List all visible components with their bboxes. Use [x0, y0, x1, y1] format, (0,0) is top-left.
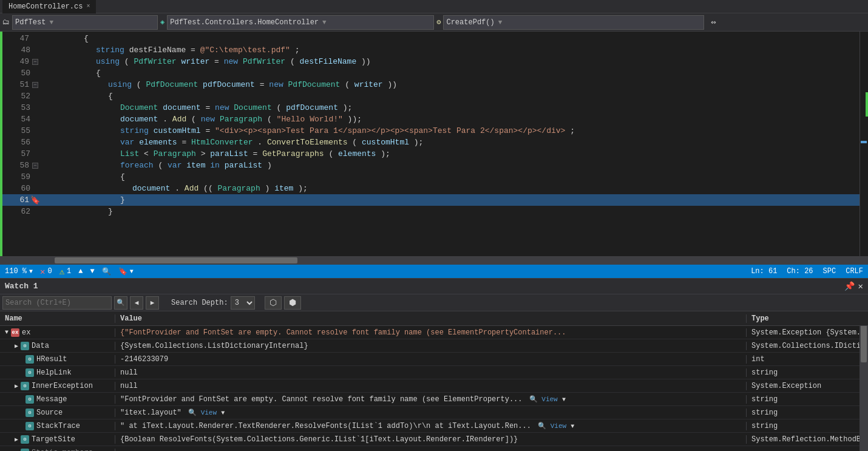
- code-line-59: {: [45, 171, 860, 183]
- nav-down-icon: ▼: [90, 267, 95, 276]
- watch-row-ex[interactable]: ▼ ex ex {"FontProvider and FontSet are e…: [0, 326, 868, 339]
- watch-type-ex: System.Exception {System.Invalid...: [747, 328, 868, 337]
- view-source-dropdown[interactable]: ▼: [221, 410, 225, 416]
- col-number-status: Ch: 26: [787, 267, 813, 276]
- h-scroll-right-btn[interactable]: [860, 256, 868, 265]
- warning-indicator[interactable]: ⚠ 1: [59, 266, 72, 277]
- view-stacktrace-dropdown[interactable]: ▼: [571, 423, 574, 430]
- watch-type-message: string: [747, 395, 868, 404]
- project-selector[interactable]: PdfTest ▼: [12, 15, 158, 30]
- editor-toolbar: 🗂 PdfTest ▼ ◈ PdfTest.Controllers.HomeCo…: [0, 13, 868, 32]
- watch-name-message: ⚙ Message: [0, 395, 115, 404]
- pin-icon: ⇔: [711, 17, 716, 27]
- watch-row-static[interactable]: ▶ ⚙ Static members: [0, 446, 868, 451]
- expand-static[interactable]: ▶: [15, 449, 18, 452]
- error-count: 0: [47, 267, 52, 276]
- tab-label: HomeController.cs: [8, 2, 83, 11]
- code-editor[interactable]: 47 48 49 − 50 51 − 52: [0, 32, 868, 256]
- line-num-56: 56: [2, 137, 45, 148]
- code-line-54: document . Add ( new Paragraph ( "Hello …: [45, 114, 860, 125]
- watch-back-button[interactable]: ◀: [130, 296, 143, 310]
- zoom-level[interactable]: 110 % ▼: [5, 267, 33, 276]
- line-num-59: 59: [2, 171, 45, 183]
- gutter-collapse-51[interactable]: −: [30, 82, 40, 88]
- watch-close-button[interactable]: ✕: [858, 281, 863, 291]
- watch-value-helplink: null: [115, 368, 747, 377]
- watch-name-stacktrace: ⚙ StackTrace: [0, 422, 115, 430]
- project-icon: 🗂: [0, 18, 12, 27]
- watch-row-stacktrace[interactable]: ⚙ StackTrace " at iText.Layout.Renderer.…: [0, 419, 868, 433]
- watch-value-innerexception: null: [115, 382, 747, 390]
- line-number-gutter: 47 48 49 − 50 51 − 52: [2, 32, 45, 256]
- zoom-value: 110 %: [5, 267, 27, 276]
- expand-data[interactable]: ▶: [15, 342, 18, 350]
- search-depth-label: Search Depth:: [171, 299, 228, 307]
- code-line-62: }: [45, 206, 860, 217]
- icon-source: ⚙: [25, 409, 34, 417]
- error-indicator[interactable]: ✕ 0: [40, 266, 52, 277]
- gutter-collapse-49[interactable]: −: [30, 59, 40, 65]
- view-source-link[interactable]: 🔍 View: [188, 409, 217, 416]
- watch-name-static: ▶ ⚙ Static members: [0, 449, 115, 452]
- watch-header-value: Value: [115, 314, 747, 323]
- bookmark-button[interactable]: 🔖 ▼: [118, 267, 134, 276]
- h-scroll-thumb[interactable]: [55, 257, 297, 263]
- watch-row-message[interactable]: ⚙ Message "FontProvider and FontSet are …: [0, 393, 868, 406]
- watch-pin-button[interactable]: 📌: [844, 281, 855, 291]
- pin-button[interactable]: ⇔: [704, 15, 722, 30]
- watch-row-targetsite[interactable]: ▶ ⚙ TargetSite {Boolean ResolveFonts(Sys…: [0, 433, 868, 446]
- code-line-57: List < Paragraph > paraList = GetParagra…: [45, 148, 860, 160]
- line-num-52: 52: [2, 90, 45, 102]
- code-content[interactable]: { string destFileName = @"C:\temp\test.p…: [45, 32, 860, 256]
- icon-ex: ex: [11, 328, 19, 337]
- view-stacktrace-link[interactable]: 🔍 View: [538, 422, 566, 430]
- encoding-status: SPC: [823, 267, 836, 276]
- watch-name-helplink: ⚙ HelpLink: [0, 368, 115, 377]
- find-button[interactable]: 🔍: [102, 267, 111, 276]
- code-line-47: {: [45, 33, 860, 44]
- status-bar: 110 % ▼ ✕ 0 ⚠ 1 ▲ ▼ 🔍 🔖 ▼ Ln: 61 Ch: 26 …: [0, 265, 868, 278]
- editor-tab[interactable]: HomeController.cs ×: [2, 0, 96, 13]
- icon-data: ⚙: [21, 342, 29, 350]
- search-depth-select[interactable]: 3 1 2 4 5: [231, 296, 255, 310]
- line-num-62: 62: [2, 206, 45, 217]
- line-num-50: 50: [2, 67, 45, 79]
- expand-targetsite[interactable]: ▶: [15, 436, 18, 443]
- watch-table-container[interactable]: Name Value Type ▼ ex ex {"FontProvider a…: [0, 311, 868, 451]
- method-selector[interactable]: CreatePdf() ▼: [443, 15, 704, 30]
- watch-row-helplink[interactable]: ⚙ HelpLink null string: [0, 366, 868, 379]
- tab-close-button[interactable]: ×: [86, 3, 90, 10]
- watch-type-helplink: string: [747, 368, 868, 377]
- watch-row-innerexception[interactable]: ▶ ⚙ InnerException null System.Exception: [0, 379, 868, 393]
- watch-collapse-button[interactable]: ⬢: [284, 296, 301, 310]
- icon-helplink: ⚙: [25, 368, 34, 377]
- expand-ex[interactable]: ▼: [5, 329, 8, 336]
- watch-search-input[interactable]: [2, 296, 112, 310]
- code-line-52: {: [45, 90, 860, 102]
- watch-search-button[interactable]: 🔍: [114, 296, 127, 310]
- expand-innerexception[interactable]: ▶: [15, 382, 18, 390]
- watch-scrollbar[interactable]: [860, 311, 868, 451]
- code-line-51: using ( PdfDocument pdfDocument = new Pd…: [45, 79, 860, 90]
- nav-down-button[interactable]: ▼: [90, 267, 95, 276]
- watch-name-innerexception: ▶ ⚙ InnerException: [0, 382, 115, 390]
- watch-header-name: Name: [0, 314, 115, 323]
- method-label: CreatePdf(): [446, 18, 494, 27]
- nav-up-button[interactable]: ▲: [78, 267, 83, 276]
- watch-title-bar: Watch 1 📌 ✕: [0, 279, 868, 294]
- watch-forward-button[interactable]: ▶: [146, 296, 159, 310]
- watch-expand-button[interactable]: ⬡: [265, 296, 282, 310]
- watch-row-hresult[interactable]: ⚙ HResult -2146233079 int: [0, 353, 868, 366]
- horizontal-scrollbar[interactable]: [0, 256, 868, 265]
- view-message-link[interactable]: 🔍 View: [529, 396, 558, 403]
- class-selector[interactable]: PdfTest.Controllers.HomeController ▼: [167, 15, 434, 30]
- watch-title-controls: 📌 ✕: [844, 281, 863, 291]
- line-num-60: 60: [2, 183, 45, 194]
- watch-type-stacktrace: string: [747, 422, 868, 430]
- watch-row-data[interactable]: ▶ ⚙ Data {System.Collections.ListDiction…: [0, 339, 868, 353]
- watch-row-source[interactable]: ⚙ Source "itext.layout" 🔍 View ▼ string: [0, 406, 868, 419]
- view-message-dropdown[interactable]: ▼: [562, 396, 566, 403]
- code-line-61: }: [45, 194, 860, 206]
- gutter-collapse-58[interactable]: −: [30, 163, 40, 169]
- line-num-54: 54: [2, 114, 45, 125]
